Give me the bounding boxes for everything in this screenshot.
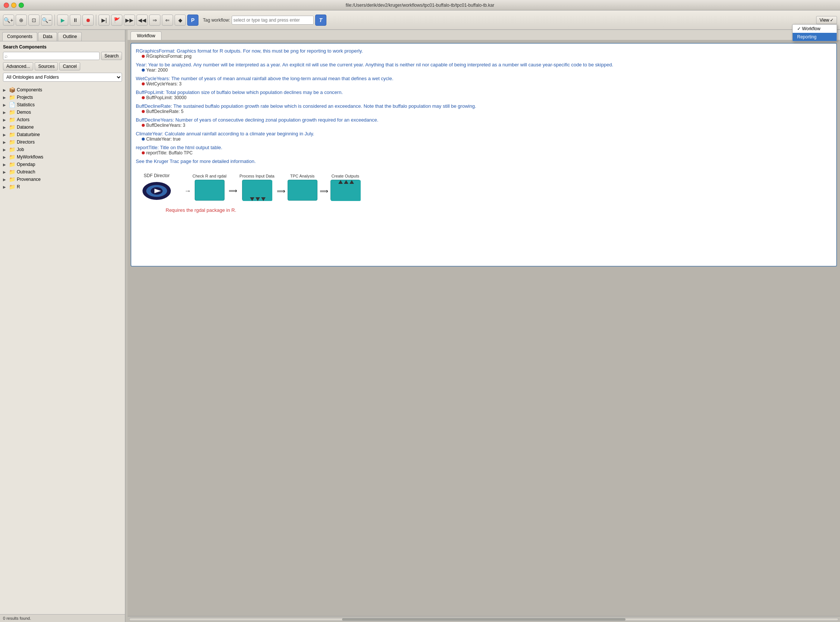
stop-button[interactable]: ⏺ (82, 15, 94, 26)
doc-value-text-5: BuffDeclineYears: 3 (146, 123, 185, 128)
maximize-button[interactable] (19, 3, 24, 8)
pause-button[interactable]: ⏸ (70, 15, 81, 26)
folder-icon: 📁 (9, 184, 15, 190)
tree-item-provenance[interactable]: ▶ 📁 Provenance (0, 175, 125, 183)
tree-label: Components (17, 87, 42, 93)
bullet-icon-5 (142, 124, 145, 127)
arrow-icon: ▶ (3, 118, 8, 122)
bullet-icon-0 (142, 55, 145, 58)
tree-item-projects[interactable]: ▶ 📁 Projects (0, 94, 125, 101)
bookmark-button[interactable]: ◆ (175, 15, 186, 26)
tree-item-directors[interactable]: ▶ 📁 Directors (0, 138, 125, 146)
arrow-line-1: ⟹ (229, 188, 237, 194)
minimize-button[interactable] (11, 3, 17, 8)
zoom-fit-button[interactable]: ⊕ (16, 15, 27, 26)
node-box-3[interactable] (331, 180, 360, 201)
folder-icon: 📁 (9, 154, 15, 160)
arrow-icon: ▶ (3, 103, 8, 107)
tab-data[interactable]: Data (38, 32, 57, 41)
scrollbar-thumb[interactable] (342, 618, 625, 620)
tree-item-opendap[interactable]: ▶ 📁 Opendap (0, 161, 125, 168)
separator2 (96, 15, 96, 26)
node-box-2[interactable] (288, 180, 317, 201)
arrow-line-2: ⟹ (277, 188, 285, 195)
tree-item-actors[interactable]: ▶ 📁 Actors (0, 116, 125, 123)
tab-components[interactable]: Components (2, 32, 37, 41)
bottom-scrollbar[interactable] (128, 616, 840, 622)
back-button[interactable]: ⇐ (162, 15, 173, 26)
view-menu-button[interactable]: View ✓ (816, 16, 837, 24)
tree-label: Directors (17, 139, 35, 145)
requires-text: Requires the rgdal package in R. (166, 207, 832, 213)
doc-value-text-4: BuffDeclineRate: 5 (146, 109, 183, 114)
run-button[interactable]: ▶ (57, 15, 68, 26)
ontology-select[interactable]: All Ontologies and Folders (3, 73, 122, 82)
search-button[interactable]: Search (101, 52, 122, 60)
tree-item-dataturbine[interactable]: ▶ 📁 Dataturbine (0, 131, 125, 138)
doc-item-1: Year: Year to be analyzed. Any number wi… (136, 62, 832, 73)
tree-label: Job (17, 147, 24, 152)
tree-item-statistics[interactable]: ▶ 📄 Statistics (0, 101, 125, 108)
tree-label: Projects (17, 95, 33, 100)
step-forward-button[interactable]: ▶| (99, 15, 110, 26)
node-label-0: Check R and rgdal (192, 174, 226, 178)
workflow-tab[interactable]: Workflow (131, 31, 162, 40)
tree-item-r[interactable]: ▶ 📁 R (0, 183, 125, 191)
prev-button[interactable]: ◀◀ (137, 15, 148, 26)
multi-arrow-1: ⟹ (226, 188, 239, 194)
advanced-button[interactable]: Advanced... (3, 62, 33, 70)
workflow-content[interactable]: RGraphicsFormat: Graphics format for R o… (128, 40, 840, 616)
tree-item-myworkflows[interactable]: ▶ 📁 MyWorkflows (0, 153, 125, 161)
node-box-1[interactable] (242, 180, 272, 201)
arrow-icon: ▶ (3, 170, 8, 174)
view-menu-area: View ✓ Workflow Reporting (816, 16, 837, 24)
sources-button[interactable]: Sources (35, 62, 58, 70)
zoom-selection-button[interactable]: ⊡ (28, 15, 40, 26)
folder-icon: 📄 (9, 102, 15, 108)
doc-title-6: ClimateYear: Calculate annual rainfall a… (136, 131, 832, 136)
tree-label: MyWorkflows (17, 154, 43, 160)
status-text: 0 results found. (3, 616, 31, 620)
search-input[interactable] (3, 52, 100, 60)
director-icon-container (142, 180, 172, 201)
sidebar: Components Data Outline Search Component… (0, 30, 125, 622)
doc-item-2: WetCycleYears: The number of years of me… (136, 76, 832, 87)
close-button[interactable] (4, 3, 9, 8)
tree-label: Opendap (17, 162, 35, 167)
bullet-icon-1 (142, 69, 145, 72)
node-box-0[interactable] (195, 180, 224, 201)
director-box: SDF Director (142, 173, 172, 201)
tree-item-outreach[interactable]: ▶ 📁 Outreach (0, 168, 125, 175)
doc-item-3: BuffPopLimit: Total population size of b… (136, 90, 832, 100)
tag-type-button[interactable]: T (315, 15, 326, 26)
tree-item-components[interactable]: ▶ 📦 Components (0, 86, 125, 94)
forward-button[interactable]: ⇒ (149, 15, 160, 26)
tab-outline[interactable]: Outline (58, 32, 82, 41)
tree-label: Actors (17, 117, 29, 122)
doc-value-text-7: reportTitle: Buffalo TPC (146, 150, 193, 156)
tag-label: Tag workflow: (203, 18, 230, 23)
p-button[interactable]: P (187, 15, 198, 26)
cancel-button[interactable]: Cancel (59, 62, 80, 70)
tree-item-demos[interactable]: ▶ 📁 Demos (0, 108, 125, 116)
breakpoint-button[interactable]: 🚩 (111, 15, 122, 26)
next-button[interactable]: ▶▶ (124, 15, 135, 26)
doc-item-6: ClimateYear: Calculate annual rainfall a… (136, 131, 832, 142)
tag-area: Tag workflow: T (203, 15, 326, 26)
view-workflow-item[interactable]: Workflow (793, 24, 837, 33)
tree-item-dataone[interactable]: ▶ 📁 Dataone (0, 123, 125, 131)
zoom-in-button[interactable]: 🔍+ (3, 15, 14, 26)
bullet-icon-4 (142, 110, 145, 113)
search-components: Search Components Search Advanced... Sou… (0, 41, 125, 85)
doc-value-2: WetCycleYears: 3 (142, 81, 832, 87)
arrow-icon: ▶ (3, 125, 8, 130)
doc-item-5: BuffDeclineYears: Number of years of con… (136, 117, 832, 128)
scrollbar-track[interactable] (129, 618, 838, 621)
arrow-icon: ▶ (3, 140, 8, 144)
button-row: Advanced... Sources Cancel (3, 62, 122, 70)
zoom-out-button[interactable]: 🔍− (41, 15, 52, 26)
main-layout: Components Data Outline Search Component… (0, 30, 840, 622)
tag-input[interactable] (232, 16, 314, 24)
tree-item-job[interactable]: ▶ 📁 Job (0, 146, 125, 153)
view-reporting-item[interactable]: Reporting (793, 33, 837, 41)
